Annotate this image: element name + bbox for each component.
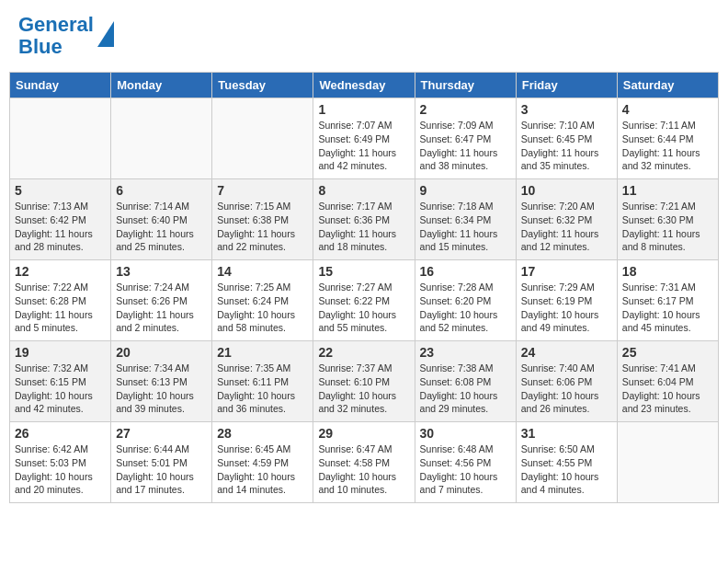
day-info: Sunrise: 7:34 AM Sunset: 6:13 PM Dayligh… <box>116 362 207 416</box>
day-number: 14 <box>217 264 308 279</box>
calendar-cell: 2Sunrise: 7:09 AM Sunset: 6:47 PM Daylig… <box>415 98 516 179</box>
calendar-table: SundayMondayTuesdayWednesdayThursdayFrid… <box>9 72 719 503</box>
day-info: Sunrise: 6:48 AM Sunset: 4:56 PM Dayligh… <box>420 442 511 497</box>
day-info: Sunrise: 7:07 AM Sunset: 6:49 PM Dayligh… <box>318 119 409 173</box>
calendar-cell: 14Sunrise: 7:25 AM Sunset: 6:24 PM Dayli… <box>212 260 313 341</box>
day-info: Sunrise: 7:25 AM Sunset: 6:24 PM Dayligh… <box>217 281 308 335</box>
calendar-cell: 16Sunrise: 7:28 AM Sunset: 6:20 PM Dayli… <box>415 260 516 341</box>
day-info: Sunrise: 7:11 AM Sunset: 6:44 PM Dayligh… <box>622 119 713 173</box>
logo-blue: Blue <box>18 35 63 58</box>
calendar-cell: 6Sunrise: 7:14 AM Sunset: 6:40 PM Daylig… <box>111 179 212 260</box>
day-info: Sunrise: 7:37 AM Sunset: 6:10 PM Dayligh… <box>318 362 409 416</box>
day-number: 5 <box>15 183 106 198</box>
calendar-cell: 18Sunrise: 7:31 AM Sunset: 6:17 PM Dayli… <box>617 260 718 341</box>
day-number: 16 <box>420 264 511 279</box>
calendar-cell: 13Sunrise: 7:24 AM Sunset: 6:26 PM Dayli… <box>111 260 212 341</box>
day-info: Sunrise: 6:47 AM Sunset: 4:58 PM Dayligh… <box>318 442 409 497</box>
calendar-week-row: 12Sunrise: 7:22 AM Sunset: 6:28 PM Dayli… <box>10 260 719 341</box>
calendar-cell: 31Sunrise: 6:50 AM Sunset: 4:55 PM Dayli… <box>516 422 617 503</box>
day-number: 8 <box>318 183 409 198</box>
calendar-cell: 12Sunrise: 7:22 AM Sunset: 6:28 PM Dayli… <box>10 260 111 341</box>
day-info: Sunrise: 7:27 AM Sunset: 6:22 PM Dayligh… <box>318 281 409 335</box>
calendar-cell: 19Sunrise: 7:32 AM Sunset: 6:15 PM Dayli… <box>10 341 111 422</box>
calendar-cell: 20Sunrise: 7:34 AM Sunset: 6:13 PM Dayli… <box>111 341 212 422</box>
day-info: Sunrise: 7:18 AM Sunset: 6:34 PM Dayligh… <box>420 200 511 254</box>
logo: General Blue <box>18 14 114 58</box>
calendar-cell: 22Sunrise: 7:37 AM Sunset: 6:10 PM Dayli… <box>313 341 415 422</box>
calendar-cell <box>10 98 111 179</box>
calendar-cell: 17Sunrise: 7:29 AM Sunset: 6:19 PM Dayli… <box>516 260 617 341</box>
col-header-tuesday: Tuesday <box>212 73 313 98</box>
calendar-cell: 11Sunrise: 7:21 AM Sunset: 6:30 PM Dayli… <box>617 179 718 260</box>
day-number: 12 <box>15 264 106 279</box>
calendar-cell <box>617 422 718 503</box>
day-number: 28 <box>217 426 308 441</box>
day-number: 10 <box>521 183 612 198</box>
col-header-thursday: Thursday <box>415 73 516 98</box>
day-number: 13 <box>116 264 207 279</box>
day-info: Sunrise: 7:24 AM Sunset: 6:26 PM Dayligh… <box>116 281 207 335</box>
day-number: 20 <box>116 345 207 360</box>
day-number: 24 <box>521 345 612 360</box>
day-info: Sunrise: 7:40 AM Sunset: 6:06 PM Dayligh… <box>521 362 612 416</box>
calendar-cell: 23Sunrise: 7:38 AM Sunset: 6:08 PM Dayli… <box>415 341 516 422</box>
col-header-saturday: Saturday <box>617 73 718 98</box>
calendar-week-row: 1Sunrise: 7:07 AM Sunset: 6:49 PM Daylig… <box>10 98 719 179</box>
day-number: 19 <box>15 345 106 360</box>
day-info: Sunrise: 6:44 AM Sunset: 5:01 PM Dayligh… <box>116 442 207 497</box>
day-info: Sunrise: 6:45 AM Sunset: 4:59 PM Dayligh… <box>217 442 308 497</box>
day-number: 7 <box>217 183 308 198</box>
day-info: Sunrise: 7:21 AM Sunset: 6:30 PM Dayligh… <box>622 200 713 254</box>
day-number: 29 <box>318 426 409 441</box>
day-number: 26 <box>15 426 106 441</box>
day-info: Sunrise: 7:32 AM Sunset: 6:15 PM Dayligh… <box>15 362 106 416</box>
calendar-header-row: SundayMondayTuesdayWednesdayThursdayFrid… <box>10 73 719 98</box>
calendar-cell: 21Sunrise: 7:35 AM Sunset: 6:11 PM Dayli… <box>212 341 313 422</box>
calendar-cell: 28Sunrise: 6:45 AM Sunset: 4:59 PM Dayli… <box>212 422 313 503</box>
day-number: 6 <box>116 183 207 198</box>
col-header-monday: Monday <box>111 73 212 98</box>
day-number: 2 <box>420 102 511 117</box>
day-number: 18 <box>622 264 713 279</box>
calendar-week-row: 19Sunrise: 7:32 AM Sunset: 6:15 PM Dayli… <box>10 341 719 422</box>
col-header-wednesday: Wednesday <box>313 73 415 98</box>
day-info: Sunrise: 6:50 AM Sunset: 4:55 PM Dayligh… <box>521 442 612 497</box>
logo-general: General <box>18 13 94 36</box>
calendar-cell: 3Sunrise: 7:10 AM Sunset: 6:45 PM Daylig… <box>516 98 617 179</box>
day-number: 30 <box>420 426 511 441</box>
calendar-cell: 4Sunrise: 7:11 AM Sunset: 6:44 PM Daylig… <box>617 98 718 179</box>
calendar-cell: 1Sunrise: 7:07 AM Sunset: 6:49 PM Daylig… <box>313 98 415 179</box>
day-info: Sunrise: 7:13 AM Sunset: 6:42 PM Dayligh… <box>15 200 106 254</box>
col-header-sunday: Sunday <box>10 73 111 98</box>
calendar-cell: 30Sunrise: 6:48 AM Sunset: 4:56 PM Dayli… <box>415 422 516 503</box>
day-info: Sunrise: 6:42 AM Sunset: 5:03 PM Dayligh… <box>15 442 106 497</box>
day-info: Sunrise: 7:31 AM Sunset: 6:17 PM Dayligh… <box>622 281 713 335</box>
day-info: Sunrise: 7:14 AM Sunset: 6:40 PM Dayligh… <box>116 200 207 254</box>
calendar-cell: 25Sunrise: 7:41 AM Sunset: 6:04 PM Dayli… <box>617 341 718 422</box>
calendar-cell: 9Sunrise: 7:18 AM Sunset: 6:34 PM Daylig… <box>415 179 516 260</box>
day-info: Sunrise: 7:20 AM Sunset: 6:32 PM Dayligh… <box>521 200 612 254</box>
day-number: 22 <box>318 345 409 360</box>
day-number: 15 <box>318 264 409 279</box>
day-info: Sunrise: 7:09 AM Sunset: 6:47 PM Dayligh… <box>420 119 511 173</box>
calendar-cell <box>212 98 313 179</box>
day-number: 31 <box>521 426 612 441</box>
day-info: Sunrise: 7:29 AM Sunset: 6:19 PM Dayligh… <box>521 281 612 335</box>
calendar-cell <box>111 98 212 179</box>
day-number: 1 <box>318 102 409 117</box>
calendar-cell: 27Sunrise: 6:44 AM Sunset: 5:01 PM Dayli… <box>111 422 212 503</box>
day-info: Sunrise: 7:35 AM Sunset: 6:11 PM Dayligh… <box>217 362 308 416</box>
day-number: 4 <box>622 102 713 117</box>
day-number: 23 <box>420 345 511 360</box>
calendar-cell: 15Sunrise: 7:27 AM Sunset: 6:22 PM Dayli… <box>313 260 415 341</box>
day-info: Sunrise: 7:10 AM Sunset: 6:45 PM Dayligh… <box>521 119 612 173</box>
day-number: 11 <box>622 183 713 198</box>
day-info: Sunrise: 7:28 AM Sunset: 6:20 PM Dayligh… <box>420 281 511 335</box>
calendar-cell: 8Sunrise: 7:17 AM Sunset: 6:36 PM Daylig… <box>313 179 415 260</box>
day-number: 27 <box>116 426 207 441</box>
day-info: Sunrise: 7:17 AM Sunset: 6:36 PM Dayligh… <box>318 200 409 254</box>
calendar-week-row: 5Sunrise: 7:13 AM Sunset: 6:42 PM Daylig… <box>10 179 719 260</box>
calendar-cell: 24Sunrise: 7:40 AM Sunset: 6:06 PM Dayli… <box>516 341 617 422</box>
calendar-cell: 10Sunrise: 7:20 AM Sunset: 6:32 PM Dayli… <box>516 179 617 260</box>
logo-triangle-icon <box>97 21 114 47</box>
